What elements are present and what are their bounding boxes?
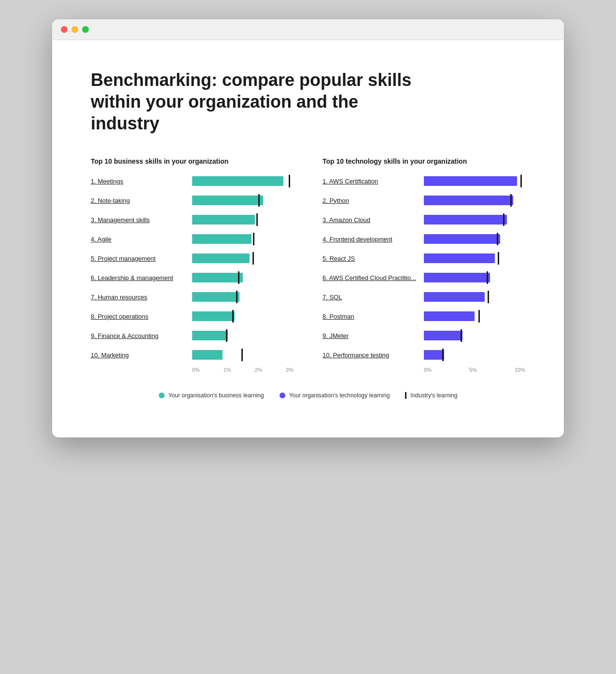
bar-area [192, 349, 294, 361]
technology-x-axis: 0%5%10% [322, 367, 525, 373]
bar-row: 9. JMeter [322, 328, 525, 343]
traffic-light-green[interactable] [82, 26, 89, 33]
x-axis-label: 0% [424, 367, 432, 373]
bar-fill [424, 273, 490, 282]
chart-legend: Your organisation's business learning Yo… [91, 392, 525, 399]
bar-fill [424, 215, 507, 225]
bar-row: 7. SQL [322, 290, 525, 304]
bar-label: 1. AWS Certification [322, 178, 424, 185]
bar-label: 10. Marketing [91, 351, 192, 359]
bar-label: 1. Meetings [91, 178, 192, 185]
bar-label: 2. Python [322, 197, 424, 204]
industry-marker [253, 233, 254, 245]
x-axis-label: 1% [224, 367, 231, 373]
bar-label: 7. SQL [322, 294, 424, 301]
bar-row: 10. Performance testing [322, 348, 525, 362]
technology-bar-chart: 1. AWS Certification2. Python3. Amazon C… [322, 174, 525, 362]
business-x-axis: 0%1%2%3% [91, 367, 294, 373]
bar-label: 7. Human resources [91, 294, 192, 301]
bar-fill [424, 292, 485, 302]
bar-row: 5. Project management [91, 251, 294, 266]
legend-industry-label: Industry's learning [410, 392, 457, 399]
industry-marker [478, 310, 480, 323]
bar-label: 6. Leadership & management [91, 274, 192, 281]
bar-label: 8. Project operations [91, 313, 192, 320]
bar-fill [424, 350, 444, 360]
bar-row: 8. Project operations [91, 309, 294, 323]
bar-row: 10. Marketing [91, 348, 294, 362]
bar-row: 1. Meetings [91, 174, 294, 188]
bar-row: 9. Finance & Accounting [91, 328, 294, 343]
industry-marker [241, 349, 243, 361]
bar-area [424, 272, 525, 283]
bar-row: 3. Amazon Cloud [322, 212, 525, 227]
x-axis-labels: 0%1%2%3% [192, 367, 294, 373]
x-axis-label: 10% [515, 367, 525, 373]
x-axis-label: 2% [254, 367, 262, 373]
bar-label: 9. JMeter [322, 332, 424, 339]
technology-chart-section: Top 10 technology skills in your organiz… [322, 157, 525, 373]
industry-marker [503, 213, 504, 226]
bar-label: 3. Management skills [91, 216, 192, 224]
industry-marker [226, 329, 227, 342]
bar-fill [424, 311, 475, 321]
bar-fill [192, 234, 252, 244]
industry-marker [289, 175, 290, 187]
legend-industry: Industry's learning [405, 392, 457, 399]
bar-area [192, 175, 294, 187]
industry-marker [256, 213, 258, 226]
x-axis-label: 3% [286, 367, 294, 373]
legend-technology: Your organisation's technology learning [280, 392, 390, 399]
industry-marker [461, 329, 462, 342]
browser-titlebar [52, 19, 564, 40]
bar-area [424, 310, 525, 322]
traffic-light-red[interactable] [61, 26, 68, 33]
charts-container: Top 10 business skills in your organizat… [91, 157, 525, 373]
bar-area [424, 233, 525, 245]
bar-fill [424, 331, 462, 340]
bar-area [192, 291, 294, 303]
bar-fill [424, 196, 513, 205]
bar-fill [424, 253, 495, 263]
industry-marker [232, 310, 234, 323]
bar-fill [192, 292, 239, 302]
business-bar-chart: 1. Meetings2. Note-taking3. Management s… [91, 174, 294, 362]
bar-row: 2. Python [322, 193, 525, 208]
bar-row: 4. Frontend development [322, 232, 525, 246]
bar-area [192, 272, 294, 283]
industry-marker [238, 271, 239, 284]
bar-fill [192, 215, 255, 225]
industry-marker [258, 194, 260, 207]
legend-dot-purple [280, 393, 285, 398]
bar-row: 7. Human resources [91, 290, 294, 304]
industry-marker [442, 349, 444, 361]
bar-area [192, 214, 294, 225]
bar-fill [192, 196, 263, 205]
bar-area [424, 175, 525, 187]
bar-label: 5. Project management [91, 255, 192, 262]
bar-fill [192, 350, 223, 360]
bar-area [192, 253, 294, 264]
traffic-light-yellow[interactable] [71, 26, 78, 33]
page-title: Benchmarking: compare popular skills wit… [91, 69, 429, 134]
bar-label: 2. Note-taking [91, 197, 192, 204]
bar-label: 6. AWS Certified Cloud Practitio... [322, 274, 424, 281]
bar-label: 10. Performance testing [322, 351, 424, 359]
bar-fill [424, 234, 500, 244]
bar-fill [192, 253, 250, 263]
bar-row: 4. Agile [91, 232, 294, 246]
industry-marker [252, 252, 254, 265]
industry-marker [236, 291, 238, 303]
bar-fill [192, 311, 235, 321]
industry-marker [497, 233, 498, 245]
bar-area [192, 233, 294, 245]
bar-area [192, 330, 294, 341]
legend-dot-teal [159, 393, 165, 398]
x-axis-label: 0% [192, 367, 200, 373]
bar-area [424, 291, 525, 303]
industry-marker [487, 271, 488, 284]
legend-business-label: Your organisation's business learning [168, 392, 264, 399]
bar-fill [192, 331, 228, 340]
bar-row: 6. AWS Certified Cloud Practitio... [322, 270, 525, 285]
legend-business: Your organisation's business learning [159, 392, 264, 399]
